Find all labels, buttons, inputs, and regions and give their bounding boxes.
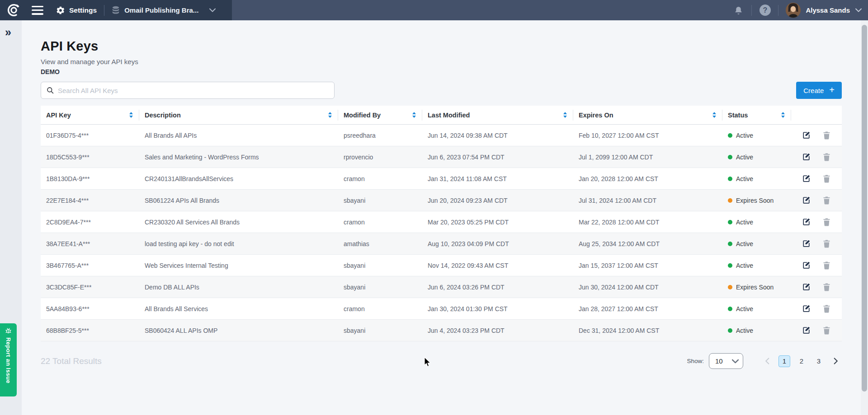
edit-icon[interactable] xyxy=(802,196,811,205)
edit-icon[interactable] xyxy=(802,283,811,291)
nav-settings[interactable]: Settings xyxy=(56,6,97,15)
delete-icon[interactable] xyxy=(823,218,830,226)
delete-icon[interactable] xyxy=(823,239,830,248)
edit-icon[interactable] xyxy=(802,131,811,140)
table-row[interactable]: 3B467765-A*** Web Services Internal Test… xyxy=(41,255,842,276)
table-header-row: API Key Description Modified By Last Mod… xyxy=(41,106,842,125)
description-cell: SB061224 APIs All Brands xyxy=(139,197,338,204)
page-button-2[interactable]: 2 xyxy=(796,355,807,367)
column-header-api-key[interactable]: API Key xyxy=(41,106,139,124)
sort-icon[interactable] xyxy=(412,112,416,118)
page-title: API Keys xyxy=(41,39,861,54)
delete-icon[interactable] xyxy=(823,153,830,161)
api-key-cell: 68B8BF25-5*** xyxy=(41,327,139,334)
edit-icon[interactable] xyxy=(802,304,811,313)
sort-icon[interactable] xyxy=(129,112,133,118)
last-modified-cell: Aug 10, 2023 04:09 PM CDT xyxy=(422,240,573,247)
column-header-status[interactable]: Status xyxy=(722,106,791,124)
page-button-1[interactable]: 1 xyxy=(778,355,790,367)
actions-cell xyxy=(791,326,842,335)
status-cell: Active xyxy=(722,154,791,161)
sort-icon[interactable] xyxy=(712,112,716,118)
notifications-bell-icon[interactable] xyxy=(730,5,747,15)
modified-by-cell: psreedhara xyxy=(338,132,422,139)
status-dot xyxy=(728,133,732,138)
report-issue-tab[interactable]: Report an Issue xyxy=(0,323,17,396)
modified-by-cell: cramon xyxy=(338,305,422,312)
environment-label: DEMO xyxy=(41,68,861,75)
status-cell: Active xyxy=(722,262,791,269)
page-button-3[interactable]: 3 xyxy=(813,355,825,367)
edit-icon[interactable] xyxy=(802,153,811,161)
column-header-last-modified[interactable]: Last Modified xyxy=(422,106,573,124)
delete-icon[interactable] xyxy=(823,304,830,313)
delete-icon[interactable] xyxy=(823,174,830,183)
gear-icon xyxy=(56,6,65,15)
actions-cell xyxy=(791,261,842,270)
table-row[interactable]: 38A7EE41-A*** load testing api key - do … xyxy=(41,233,842,255)
table-row[interactable]: 3C3DC85F-E*** Demo DB ALL APIs sbayani J… xyxy=(41,276,842,298)
report-issue-label: Report an Issue xyxy=(5,337,12,383)
delete-icon[interactable] xyxy=(823,261,830,270)
user-avatar[interactable] xyxy=(786,3,801,18)
table-row[interactable]: 5AA84B93-6*** All Brands All Services cr… xyxy=(41,298,842,320)
table-row[interactable]: 22E7E184-4*** SB061224 APIs All Brands s… xyxy=(41,190,842,211)
status-dot xyxy=(728,198,732,203)
status-dot xyxy=(728,220,732,224)
bug-icon xyxy=(5,327,12,335)
expires-on-cell: Aug 25, 2034 12:00 AM CDT xyxy=(573,240,722,247)
delete-icon[interactable] xyxy=(823,326,830,335)
sort-icon[interactable] xyxy=(781,112,785,118)
status-dot xyxy=(728,328,732,333)
sidebar-expand-icon[interactable]: » xyxy=(5,27,11,38)
sort-icon[interactable] xyxy=(563,112,567,118)
actions-cell xyxy=(791,196,842,205)
edit-icon[interactable] xyxy=(802,326,811,335)
hamburger-menu-icon[interactable] xyxy=(32,6,43,15)
api-key-cell: 1B8130DA-9*** xyxy=(41,175,139,182)
page-size-select[interactable]: 10 xyxy=(709,353,743,369)
column-header-modified-by[interactable]: Modified By xyxy=(338,106,422,124)
table-row[interactable]: 1B8130DA-9*** CR240131AllBrandsAllServic… xyxy=(41,168,842,190)
scrollbar-thumb[interactable] xyxy=(862,25,867,392)
status-dot xyxy=(728,155,732,159)
last-modified-cell: Nov 14, 2022 09:43 AM CST xyxy=(422,262,573,269)
search-input[interactable] xyxy=(58,87,329,94)
api-key-cell: 2C8D9EA4-7*** xyxy=(41,219,139,226)
status-cell: Active xyxy=(722,132,791,139)
sort-icon[interactable] xyxy=(328,112,332,118)
modified-by-cell: cramon xyxy=(338,219,422,226)
status-cell: Active xyxy=(722,240,791,247)
edit-icon[interactable] xyxy=(802,218,811,226)
status-cell: Expires Soon xyxy=(722,284,791,291)
chevron-down-icon xyxy=(732,359,739,364)
delete-icon[interactable] xyxy=(823,196,830,205)
expires-on-cell: Jul 1, 2099 12:00 AM CDT xyxy=(573,154,722,161)
api-key-cell: 3B467765-A*** xyxy=(41,262,139,269)
table-row[interactable]: 2C8D9EA4-7*** CR230320 All Services All … xyxy=(41,211,842,233)
search-icon xyxy=(47,87,54,94)
actions-cell xyxy=(791,218,842,226)
user-menu-chevron-icon[interactable] xyxy=(855,8,862,12)
edit-icon[interactable] xyxy=(802,261,811,270)
status-label: Active xyxy=(736,175,753,182)
edit-icon[interactable] xyxy=(802,239,811,248)
previous-page-icon[interactable] xyxy=(761,355,773,367)
table-row[interactable]: 01F36D75-4*** All Brands All APIs psreed… xyxy=(41,125,842,146)
user-name: Alyssa Sands xyxy=(806,6,850,14)
delete-icon[interactable] xyxy=(823,131,830,140)
description-cell: Web Services Internal Testing xyxy=(139,262,338,269)
brand-selector-dropdown[interactable]: Omail Publishing Bra... xyxy=(112,6,216,15)
edit-icon[interactable] xyxy=(802,174,811,183)
table-row[interactable]: 18D5C553-9*** Sales and Marketing - Word… xyxy=(41,146,842,168)
help-icon[interactable]: ? xyxy=(756,5,774,16)
status-dot xyxy=(728,285,732,289)
create-button[interactable]: Create + xyxy=(796,82,842,99)
next-page-icon[interactable] xyxy=(830,355,842,367)
last-modified-cell: Jan 30, 2024 01:30 PM CST xyxy=(422,305,573,312)
column-header-expires-on[interactable]: Expires On xyxy=(573,106,722,124)
table-row[interactable]: 68B8BF25-5*** SB060424 ALL APIs OMP sbay… xyxy=(41,320,842,341)
delete-icon[interactable] xyxy=(823,283,830,291)
column-header-description[interactable]: Description xyxy=(139,106,338,124)
show-label: Show: xyxy=(687,358,704,364)
